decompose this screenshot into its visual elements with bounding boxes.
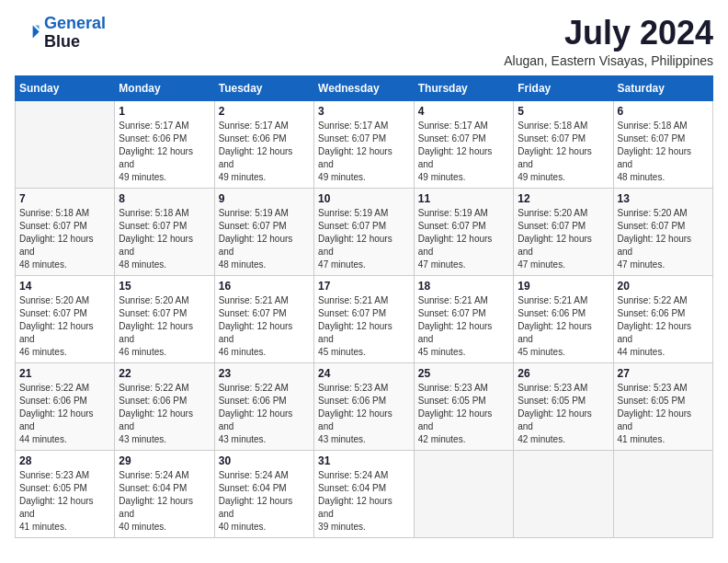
day-info: Sunrise: 5:21 AMSunset: 6:07 PMDaylight:… [418,294,509,359]
day-info: Sunrise: 5:20 AMSunset: 6:07 PMDaylight:… [518,207,609,271]
day-number: 15 [119,280,210,293]
day-number: 21 [19,367,110,380]
day-number: 28 [19,454,110,467]
calendar-cell: 2Sunrise: 5:17 AMSunset: 6:06 PMDaylight… [214,100,313,188]
day-info: Sunrise: 5:22 AMSunset: 6:06 PMDaylight:… [219,382,310,446]
calendar-cell: 26Sunrise: 5:23 AMSunset: 6:05 PMDayligh… [514,362,613,450]
day-info: Sunrise: 5:23 AMSunset: 6:06 PMDaylight:… [318,382,410,446]
logo: General Blue [15,15,106,52]
week-row-4: 21Sunrise: 5:22 AMSunset: 6:06 PMDayligh… [16,362,713,450]
calendar-body: 1Sunrise: 5:17 AMSunset: 6:06 PMDaylight… [16,100,713,537]
logo-icon [15,20,40,46]
calendar-cell: 12Sunrise: 5:20 AMSunset: 6:07 PMDayligh… [514,188,613,275]
calendar-cell: 16Sunrise: 5:21 AMSunset: 6:07 PMDayligh… [214,275,313,362]
calendar-cell: 29Sunrise: 5:24 AMSunset: 6:04 PMDayligh… [115,450,214,537]
title-area: July 2024 Alugan, Eastern Visayas, Phili… [504,15,713,68]
day-number: 16 [219,280,310,293]
calendar-cell [414,450,513,537]
day-number: 1 [119,105,210,118]
day-number: 3 [318,105,410,118]
day-number: 12 [518,192,609,205]
day-info: Sunrise: 5:23 AMSunset: 6:05 PMDaylight:… [19,469,110,534]
calendar-cell: 8Sunrise: 5:18 AMSunset: 6:07 PMDaylight… [115,188,214,275]
day-number: 17 [318,280,410,293]
day-info: Sunrise: 5:21 AMSunset: 6:07 PMDaylight:… [318,294,410,359]
calendar-cell: 6Sunrise: 5:18 AMSunset: 6:07 PMDaylight… [613,100,713,188]
day-info: Sunrise: 5:19 AMSunset: 6:07 PMDaylight:… [318,207,410,271]
col-header-sunday: Sunday [16,75,115,100]
day-info: Sunrise: 5:17 AMSunset: 6:07 PMDaylight:… [418,120,509,184]
day-number: 26 [518,367,609,380]
day-number: 24 [318,367,410,380]
calendar-cell: 31Sunrise: 5:24 AMSunset: 6:04 PMDayligh… [314,450,415,537]
day-number: 2 [219,105,310,118]
day-info: Sunrise: 5:20 AMSunset: 6:07 PMDaylight:… [19,294,110,359]
day-number: 14 [19,280,110,293]
calendar-cell: 22Sunrise: 5:22 AMSunset: 6:06 PMDayligh… [115,362,214,450]
day-info: Sunrise: 5:20 AMSunset: 6:07 PMDaylight:… [119,294,210,359]
day-info: Sunrise: 5:23 AMSunset: 6:05 PMDaylight:… [518,382,609,446]
calendar-cell: 23Sunrise: 5:22 AMSunset: 6:06 PMDayligh… [214,362,313,450]
calendar-cell: 1Sunrise: 5:17 AMSunset: 6:06 PMDaylight… [115,100,214,188]
day-info: Sunrise: 5:23 AMSunset: 6:05 PMDaylight:… [418,382,509,446]
day-number: 7 [19,192,110,205]
logo-text: General Blue [44,15,106,52]
day-info: Sunrise: 5:22 AMSunset: 6:06 PMDaylight:… [19,382,110,446]
day-number: 9 [219,192,310,205]
day-number: 25 [418,367,509,380]
day-number: 23 [219,367,310,380]
day-number: 30 [219,454,310,467]
day-number: 11 [418,192,509,205]
page-header: General Blue July 2024 Alugan, Eastern V… [15,15,713,68]
calendar-cell [613,450,713,537]
calendar-cell: 27Sunrise: 5:23 AMSunset: 6:05 PMDayligh… [613,362,713,450]
day-info: Sunrise: 5:20 AMSunset: 6:07 PMDaylight:… [618,207,710,271]
calendar-cell: 28Sunrise: 5:23 AMSunset: 6:05 PMDayligh… [16,450,115,537]
day-info: Sunrise: 5:17 AMSunset: 6:06 PMDaylight:… [119,120,210,184]
day-number: 4 [418,105,509,118]
day-number: 31 [318,454,410,467]
day-number: 5 [518,105,609,118]
day-info: Sunrise: 5:18 AMSunset: 6:07 PMDaylight:… [618,120,710,184]
day-info: Sunrise: 5:19 AMSunset: 6:07 PMDaylight:… [219,207,310,271]
calendar-cell: 15Sunrise: 5:20 AMSunset: 6:07 PMDayligh… [115,275,214,362]
calendar-cell: 10Sunrise: 5:19 AMSunset: 6:07 PMDayligh… [314,188,415,275]
calendar-cell: 24Sunrise: 5:23 AMSunset: 6:06 PMDayligh… [314,362,415,450]
day-info: Sunrise: 5:24 AMSunset: 6:04 PMDaylight:… [318,469,410,534]
day-info: Sunrise: 5:22 AMSunset: 6:06 PMDaylight:… [119,382,210,446]
day-number: 20 [618,280,710,293]
col-header-wednesday: Wednesday [314,75,415,100]
calendar-cell: 14Sunrise: 5:20 AMSunset: 6:07 PMDayligh… [16,275,115,362]
day-number: 10 [318,192,410,205]
day-number: 13 [618,192,710,205]
week-row-5: 28Sunrise: 5:23 AMSunset: 6:05 PMDayligh… [16,450,713,537]
week-row-3: 14Sunrise: 5:20 AMSunset: 6:07 PMDayligh… [16,275,713,362]
day-info: Sunrise: 5:17 AMSunset: 6:06 PMDaylight:… [219,120,310,184]
calendar-cell [16,100,115,188]
day-info: Sunrise: 5:24 AMSunset: 6:04 PMDaylight:… [219,469,310,534]
calendar-title: July 2024 [504,15,713,52]
calendar-cell: 30Sunrise: 5:24 AMSunset: 6:04 PMDayligh… [214,450,313,537]
day-info: Sunrise: 5:18 AMSunset: 6:07 PMDaylight:… [119,207,210,271]
day-info: Sunrise: 5:21 AMSunset: 6:06 PMDaylight:… [518,294,609,359]
calendar-cell: 21Sunrise: 5:22 AMSunset: 6:06 PMDayligh… [16,362,115,450]
col-header-thursday: Thursday [414,75,513,100]
day-number: 6 [618,105,710,118]
calendar-cell [514,450,613,537]
col-header-tuesday: Tuesday [214,75,313,100]
calendar-table: SundayMondayTuesdayWednesdayThursdayFrid… [15,75,713,538]
calendar-cell: 25Sunrise: 5:23 AMSunset: 6:05 PMDayligh… [414,362,513,450]
calendar-cell: 17Sunrise: 5:21 AMSunset: 6:07 PMDayligh… [314,275,415,362]
calendar-cell: 18Sunrise: 5:21 AMSunset: 6:07 PMDayligh… [414,275,513,362]
calendar-cell: 4Sunrise: 5:17 AMSunset: 6:07 PMDaylight… [414,100,513,188]
week-row-1: 1Sunrise: 5:17 AMSunset: 6:06 PMDaylight… [16,100,713,188]
day-number: 22 [119,367,210,380]
day-info: Sunrise: 5:22 AMSunset: 6:06 PMDaylight:… [618,294,710,359]
col-header-saturday: Saturday [613,75,713,100]
col-header-monday: Monday [115,75,214,100]
day-info: Sunrise: 5:23 AMSunset: 6:05 PMDaylight:… [618,382,710,446]
day-number: 8 [119,192,210,205]
calendar-cell: 19Sunrise: 5:21 AMSunset: 6:06 PMDayligh… [514,275,613,362]
calendar-cell: 3Sunrise: 5:17 AMSunset: 6:07 PMDaylight… [314,100,415,188]
day-info: Sunrise: 5:24 AMSunset: 6:04 PMDaylight:… [119,469,210,534]
